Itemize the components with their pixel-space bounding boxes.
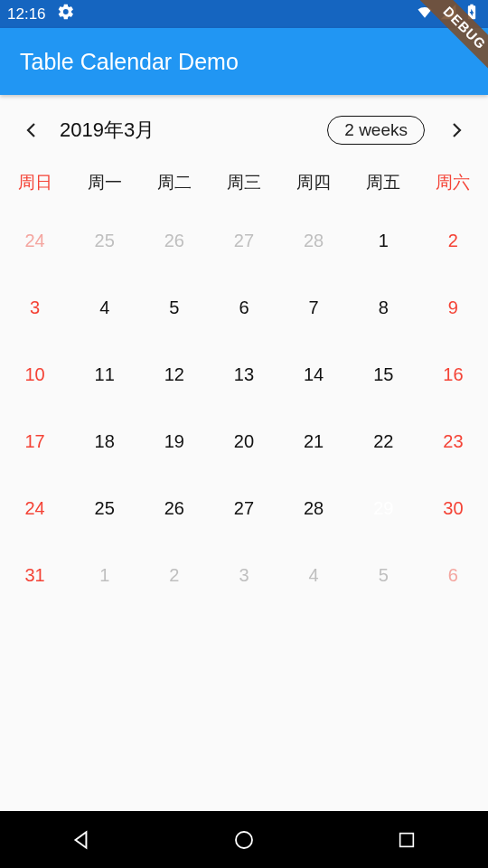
calendar-day-cell[interactable]: 13 bbox=[209, 348, 278, 401]
calendar-day-cell[interactable]: 11 bbox=[70, 348, 139, 401]
calendar-week-row: 31123456 bbox=[0, 542, 488, 609]
calendar-day-cell[interactable]: 27 bbox=[209, 214, 278, 267]
calendar-day-cell[interactable]: 6 bbox=[209, 281, 278, 334]
calendar-day-cell[interactable]: 25 bbox=[70, 482, 139, 534]
weekday-header: 周日周一周二周三周四周五周六 bbox=[0, 165, 488, 207]
calendar-day-cell[interactable]: 1 bbox=[70, 549, 139, 601]
calendar-day-cell[interactable]: 20 bbox=[209, 415, 278, 467]
weekday-label: 周一 bbox=[70, 171, 139, 194]
weekday-label: 周二 bbox=[139, 171, 209, 194]
status-bar: 12:16 bbox=[0, 0, 488, 28]
calendar-day-cell[interactable]: 7 bbox=[279, 281, 349, 334]
calendar-day-cell[interactable]: 15 bbox=[349, 348, 418, 401]
calendar-day-cell[interactable]: 14 bbox=[279, 348, 349, 401]
month-label: 2019年3月 bbox=[60, 117, 155, 144]
calendar-header: 2019年3月 2 weeks bbox=[0, 95, 488, 165]
wifi-icon bbox=[416, 3, 434, 25]
calendar-day-cell[interactable]: 12 bbox=[139, 348, 209, 401]
calendar-day-cell[interactable]: 10 bbox=[0, 348, 70, 401]
calendar-day-cell[interactable]: 3 bbox=[0, 281, 70, 334]
weekday-label: 周日 bbox=[0, 171, 70, 194]
calendar-day-cell[interactable]: 26 bbox=[139, 482, 209, 534]
page-title: Table Calendar Demo bbox=[20, 49, 239, 75]
calendar-day-cell[interactable]: 29 bbox=[349, 482, 418, 534]
calendar-day-cell[interactable]: 30 bbox=[418, 482, 488, 534]
calendar-day-cell[interactable]: 16 bbox=[418, 348, 488, 401]
calendar-day-cell[interactable]: 27 bbox=[209, 482, 278, 534]
calendar-day-cell[interactable]: 8 bbox=[349, 281, 418, 334]
calendar-day-cell[interactable]: 2 bbox=[139, 549, 209, 601]
calendar-day-cell[interactable]: 23 bbox=[418, 415, 488, 467]
calendar-day-cell[interactable]: 28 bbox=[279, 482, 349, 534]
calendar-day-cell[interactable]: 9 bbox=[418, 281, 488, 334]
gear-icon bbox=[57, 3, 75, 25]
calendar-day-cell[interactable]: 25 bbox=[70, 214, 139, 267]
battery-icon bbox=[463, 3, 481, 25]
calendar-day-cell[interactable]: 1 bbox=[349, 214, 418, 267]
calendar-grid: 2425262728123456789101112131415161718192… bbox=[0, 207, 488, 609]
calendar-week-row: 24252627282930 bbox=[0, 475, 488, 542]
calendar-day-cell[interactable]: 31 bbox=[0, 549, 70, 601]
calendar-day-cell[interactable]: 17 bbox=[0, 415, 70, 467]
calendar-day-cell[interactable]: 24 bbox=[0, 214, 70, 267]
status-time: 12:16 bbox=[7, 5, 46, 24]
calendar-day-cell[interactable]: 4 bbox=[70, 281, 139, 334]
calendar-week-row: 17181920212223 bbox=[0, 408, 488, 475]
prev-month-button[interactable] bbox=[7, 106, 56, 155]
signal-icon bbox=[439, 3, 457, 25]
calendar-day-cell[interactable]: 28 bbox=[279, 214, 349, 267]
weekday-label: 周四 bbox=[279, 171, 349, 194]
next-month-button[interactable] bbox=[432, 106, 481, 155]
calendar-day-cell[interactable]: 19 bbox=[139, 415, 209, 467]
format-toggle-button[interactable]: 2 weeks bbox=[327, 116, 425, 145]
calendar-week-row: 3456789 bbox=[0, 274, 488, 341]
back-button[interactable] bbox=[54, 822, 108, 858]
calendar-day-cell[interactable]: 26 bbox=[139, 214, 209, 267]
calendar-day-cell[interactable]: 18 bbox=[70, 415, 139, 467]
system-nav-bar bbox=[0, 811, 488, 868]
svg-rect-1 bbox=[400, 833, 414, 846]
calendar-day-cell[interactable]: 4 bbox=[279, 549, 349, 601]
status-left: 12:16 bbox=[7, 3, 75, 25]
app-bar: Table Calendar Demo bbox=[0, 28, 488, 95]
calendar-day-cell[interactable]: 5 bbox=[349, 549, 418, 601]
calendar-week-row: 10111213141516 bbox=[0, 341, 488, 408]
calendar-day-cell[interactable]: 3 bbox=[209, 549, 278, 601]
recent-apps-button[interactable] bbox=[380, 822, 434, 858]
calendar-day-cell[interactable]: 21 bbox=[279, 415, 349, 467]
weekday-label: 周六 bbox=[418, 171, 488, 194]
calendar-day-cell[interactable]: 24 bbox=[0, 482, 70, 534]
calendar-day-cell[interactable]: 6 bbox=[418, 549, 488, 601]
weekday-label: 周三 bbox=[209, 171, 278, 194]
svg-point-0 bbox=[236, 832, 252, 848]
weekday-label: 周五 bbox=[349, 171, 418, 194]
home-button[interactable] bbox=[217, 822, 271, 858]
calendar-day-cell[interactable]: 2 bbox=[418, 214, 488, 267]
calendar-week-row: 242526272812 bbox=[0, 207, 488, 274]
calendar-day-cell[interactable]: 22 bbox=[349, 415, 418, 467]
calendar-day-cell[interactable]: 5 bbox=[139, 281, 209, 334]
status-right bbox=[416, 3, 481, 25]
